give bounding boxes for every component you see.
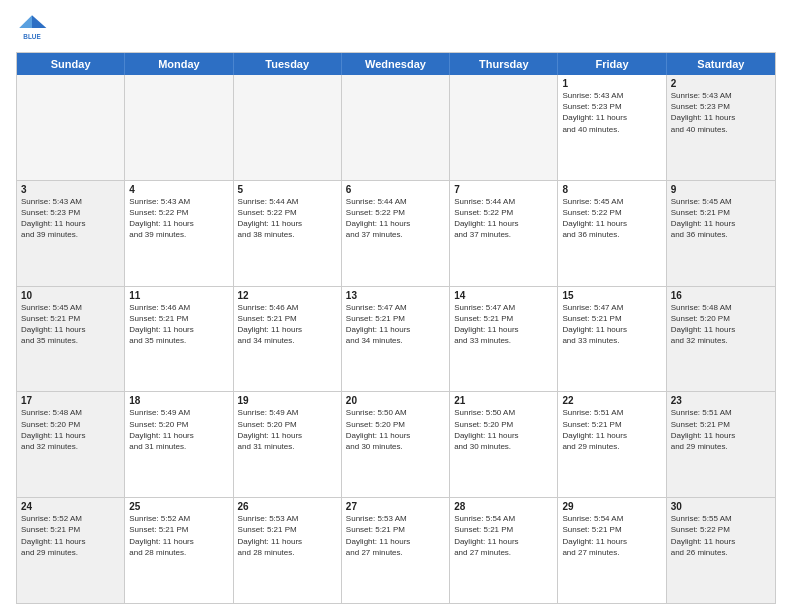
day-number: 12 bbox=[238, 290, 337, 301]
calendar-cell bbox=[125, 75, 233, 180]
day-info: Sunrise: 5:47 AM Sunset: 5:21 PM Dayligh… bbox=[562, 302, 661, 347]
day-number: 3 bbox=[21, 184, 120, 195]
calendar-cell bbox=[17, 75, 125, 180]
day-info: Sunrise: 5:46 AM Sunset: 5:21 PM Dayligh… bbox=[129, 302, 228, 347]
day-info: Sunrise: 5:51 AM Sunset: 5:21 PM Dayligh… bbox=[562, 407, 661, 452]
day-of-week-thursday: Thursday bbox=[450, 53, 558, 75]
day-info: Sunrise: 5:43 AM Sunset: 5:23 PM Dayligh… bbox=[21, 196, 120, 241]
day-number: 13 bbox=[346, 290, 445, 301]
day-number: 29 bbox=[562, 501, 661, 512]
calendar-week-5: 24Sunrise: 5:52 AM Sunset: 5:21 PM Dayli… bbox=[17, 498, 775, 603]
day-info: Sunrise: 5:43 AM Sunset: 5:23 PM Dayligh… bbox=[562, 90, 661, 135]
day-number: 26 bbox=[238, 501, 337, 512]
day-info: Sunrise: 5:48 AM Sunset: 5:20 PM Dayligh… bbox=[21, 407, 120, 452]
header: BLUE bbox=[16, 12, 776, 44]
calendar-cell bbox=[234, 75, 342, 180]
calendar-cell: 28Sunrise: 5:54 AM Sunset: 5:21 PM Dayli… bbox=[450, 498, 558, 603]
calendar-cell: 16Sunrise: 5:48 AM Sunset: 5:20 PM Dayli… bbox=[667, 287, 775, 392]
calendar-cell: 27Sunrise: 5:53 AM Sunset: 5:21 PM Dayli… bbox=[342, 498, 450, 603]
day-number: 21 bbox=[454, 395, 553, 406]
day-info: Sunrise: 5:45 AM Sunset: 5:21 PM Dayligh… bbox=[671, 196, 771, 241]
day-number: 8 bbox=[562, 184, 661, 195]
calendar-cell: 12Sunrise: 5:46 AM Sunset: 5:21 PM Dayli… bbox=[234, 287, 342, 392]
calendar-cell: 5Sunrise: 5:44 AM Sunset: 5:22 PM Daylig… bbox=[234, 181, 342, 286]
day-info: Sunrise: 5:44 AM Sunset: 5:22 PM Dayligh… bbox=[346, 196, 445, 241]
calendar-week-2: 3Sunrise: 5:43 AM Sunset: 5:23 PM Daylig… bbox=[17, 181, 775, 287]
day-info: Sunrise: 5:47 AM Sunset: 5:21 PM Dayligh… bbox=[454, 302, 553, 347]
calendar-container: SundayMondayTuesdayWednesdayThursdayFrid… bbox=[16, 52, 776, 604]
day-info: Sunrise: 5:46 AM Sunset: 5:21 PM Dayligh… bbox=[238, 302, 337, 347]
day-number: 28 bbox=[454, 501, 553, 512]
day-of-week-tuesday: Tuesday bbox=[234, 53, 342, 75]
day-info: Sunrise: 5:52 AM Sunset: 5:21 PM Dayligh… bbox=[21, 513, 120, 558]
calendar-cell: 13Sunrise: 5:47 AM Sunset: 5:21 PM Dayli… bbox=[342, 287, 450, 392]
day-number: 1 bbox=[562, 78, 661, 89]
calendar-cell: 18Sunrise: 5:49 AM Sunset: 5:20 PM Dayli… bbox=[125, 392, 233, 497]
calendar-cell: 21Sunrise: 5:50 AM Sunset: 5:20 PM Dayli… bbox=[450, 392, 558, 497]
day-info: Sunrise: 5:54 AM Sunset: 5:21 PM Dayligh… bbox=[562, 513, 661, 558]
calendar-cell: 9Sunrise: 5:45 AM Sunset: 5:21 PM Daylig… bbox=[667, 181, 775, 286]
calendar-cell: 24Sunrise: 5:52 AM Sunset: 5:21 PM Dayli… bbox=[17, 498, 125, 603]
calendar-cell: 19Sunrise: 5:49 AM Sunset: 5:20 PM Dayli… bbox=[234, 392, 342, 497]
calendar-cell: 15Sunrise: 5:47 AM Sunset: 5:21 PM Dayli… bbox=[558, 287, 666, 392]
day-number: 9 bbox=[671, 184, 771, 195]
day-info: Sunrise: 5:55 AM Sunset: 5:22 PM Dayligh… bbox=[671, 513, 771, 558]
calendar-cell: 11Sunrise: 5:46 AM Sunset: 5:21 PM Dayli… bbox=[125, 287, 233, 392]
calendar-cell: 26Sunrise: 5:53 AM Sunset: 5:21 PM Dayli… bbox=[234, 498, 342, 603]
calendar-cell: 4Sunrise: 5:43 AM Sunset: 5:22 PM Daylig… bbox=[125, 181, 233, 286]
logo: BLUE bbox=[16, 12, 52, 44]
day-info: Sunrise: 5:45 AM Sunset: 5:22 PM Dayligh… bbox=[562, 196, 661, 241]
logo-icon: BLUE bbox=[16, 12, 48, 44]
day-info: Sunrise: 5:47 AM Sunset: 5:21 PM Dayligh… bbox=[346, 302, 445, 347]
day-number: 22 bbox=[562, 395, 661, 406]
day-number: 5 bbox=[238, 184, 337, 195]
day-number: 10 bbox=[21, 290, 120, 301]
calendar-week-4: 17Sunrise: 5:48 AM Sunset: 5:20 PM Dayli… bbox=[17, 392, 775, 498]
day-number: 25 bbox=[129, 501, 228, 512]
day-number: 16 bbox=[671, 290, 771, 301]
calendar-cell: 10Sunrise: 5:45 AM Sunset: 5:21 PM Dayli… bbox=[17, 287, 125, 392]
calendar-header: SundayMondayTuesdayWednesdayThursdayFrid… bbox=[17, 53, 775, 75]
calendar-cell: 7Sunrise: 5:44 AM Sunset: 5:22 PM Daylig… bbox=[450, 181, 558, 286]
day-number: 20 bbox=[346, 395, 445, 406]
calendar-cell: 30Sunrise: 5:55 AM Sunset: 5:22 PM Dayli… bbox=[667, 498, 775, 603]
day-number: 18 bbox=[129, 395, 228, 406]
calendar-cell: 3Sunrise: 5:43 AM Sunset: 5:23 PM Daylig… bbox=[17, 181, 125, 286]
day-number: 27 bbox=[346, 501, 445, 512]
calendar-cell: 2Sunrise: 5:43 AM Sunset: 5:23 PM Daylig… bbox=[667, 75, 775, 180]
calendar-cell bbox=[450, 75, 558, 180]
page: BLUE SundayMondayTuesdayWednesdayThursda… bbox=[0, 0, 792, 612]
calendar-cell: 20Sunrise: 5:50 AM Sunset: 5:20 PM Dayli… bbox=[342, 392, 450, 497]
day-number: 24 bbox=[21, 501, 120, 512]
day-info: Sunrise: 5:49 AM Sunset: 5:20 PM Dayligh… bbox=[129, 407, 228, 452]
day-of-week-wednesday: Wednesday bbox=[342, 53, 450, 75]
day-info: Sunrise: 5:44 AM Sunset: 5:22 PM Dayligh… bbox=[238, 196, 337, 241]
day-info: Sunrise: 5:50 AM Sunset: 5:20 PM Dayligh… bbox=[346, 407, 445, 452]
day-info: Sunrise: 5:52 AM Sunset: 5:21 PM Dayligh… bbox=[129, 513, 228, 558]
day-info: Sunrise: 5:53 AM Sunset: 5:21 PM Dayligh… bbox=[238, 513, 337, 558]
day-of-week-monday: Monday bbox=[125, 53, 233, 75]
calendar-body: 1Sunrise: 5:43 AM Sunset: 5:23 PM Daylig… bbox=[17, 75, 775, 603]
calendar-cell: 8Sunrise: 5:45 AM Sunset: 5:22 PM Daylig… bbox=[558, 181, 666, 286]
day-number: 7 bbox=[454, 184, 553, 195]
day-number: 4 bbox=[129, 184, 228, 195]
calendar-cell: 6Sunrise: 5:44 AM Sunset: 5:22 PM Daylig… bbox=[342, 181, 450, 286]
day-info: Sunrise: 5:54 AM Sunset: 5:21 PM Dayligh… bbox=[454, 513, 553, 558]
day-info: Sunrise: 5:48 AM Sunset: 5:20 PM Dayligh… bbox=[671, 302, 771, 347]
svg-text:BLUE: BLUE bbox=[23, 33, 41, 40]
calendar-week-3: 10Sunrise: 5:45 AM Sunset: 5:21 PM Dayli… bbox=[17, 287, 775, 393]
day-number: 17 bbox=[21, 395, 120, 406]
day-of-week-friday: Friday bbox=[558, 53, 666, 75]
calendar-cell: 25Sunrise: 5:52 AM Sunset: 5:21 PM Dayli… bbox=[125, 498, 233, 603]
day-info: Sunrise: 5:49 AM Sunset: 5:20 PM Dayligh… bbox=[238, 407, 337, 452]
day-number: 30 bbox=[671, 501, 771, 512]
calendar-cell: 29Sunrise: 5:54 AM Sunset: 5:21 PM Dayli… bbox=[558, 498, 666, 603]
calendar-cell: 14Sunrise: 5:47 AM Sunset: 5:21 PM Dayli… bbox=[450, 287, 558, 392]
day-info: Sunrise: 5:43 AM Sunset: 5:23 PM Dayligh… bbox=[671, 90, 771, 135]
day-number: 23 bbox=[671, 395, 771, 406]
calendar-cell: 23Sunrise: 5:51 AM Sunset: 5:21 PM Dayli… bbox=[667, 392, 775, 497]
calendar-cell: 17Sunrise: 5:48 AM Sunset: 5:20 PM Dayli… bbox=[17, 392, 125, 497]
day-number: 15 bbox=[562, 290, 661, 301]
day-of-week-saturday: Saturday bbox=[667, 53, 775, 75]
day-info: Sunrise: 5:50 AM Sunset: 5:20 PM Dayligh… bbox=[454, 407, 553, 452]
